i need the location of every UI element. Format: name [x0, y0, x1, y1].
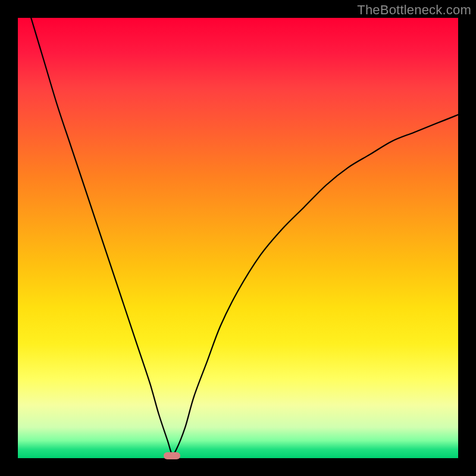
plot-area [18, 18, 458, 458]
chart-frame: TheBottleneck.com [0, 0, 476, 476]
optimal-marker [164, 452, 180, 459]
attribution-text: TheBottleneck.com [357, 2, 471, 18]
curve-path [31, 18, 458, 455]
bottleneck-curve [18, 18, 458, 458]
